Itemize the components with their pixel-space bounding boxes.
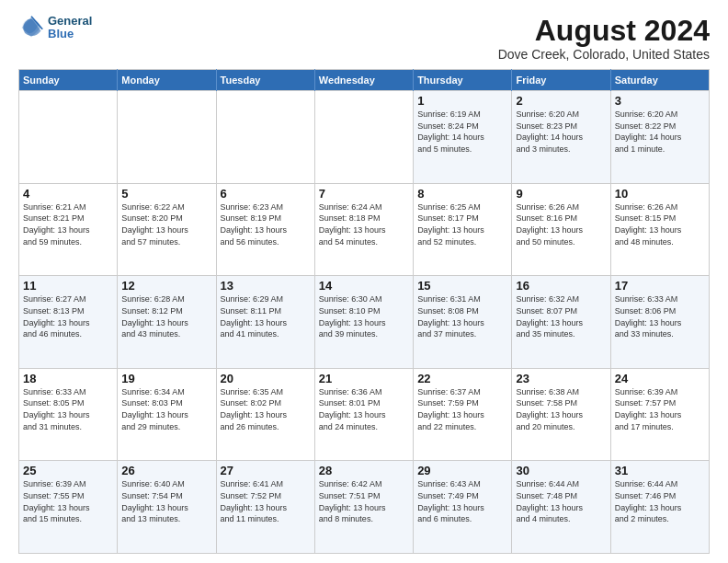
header: General Blue August 2024 Dove Creek, Col… [18,15,710,62]
day-number: 23 [516,372,606,385]
table-row: 12Sunrise: 6:28 AM Sunset: 8:12 PM Dayli… [118,276,216,369]
day-info: Sunrise: 6:26 AM Sunset: 8:15 PM Dayligh… [615,201,705,247]
day-info: Sunrise: 6:40 AM Sunset: 7:54 PM Dayligh… [121,478,211,524]
calendar-body: 1Sunrise: 6:19 AM Sunset: 8:24 PM Daylig… [19,91,710,554]
table-row: 29Sunrise: 6:43 AM Sunset: 7:49 PM Dayli… [414,461,512,554]
day-number: 26 [121,464,211,477]
col-wednesday: Wednesday [314,70,413,91]
day-number: 31 [615,464,705,477]
day-info: Sunrise: 6:41 AM Sunset: 7:52 PM Dayligh… [221,478,311,524]
table-row: 22Sunrise: 6:37 AM Sunset: 7:59 PM Dayli… [414,368,512,461]
table-row: 13Sunrise: 6:29 AM Sunset: 8:11 PM Dayli… [216,276,314,369]
day-info: Sunrise: 6:39 AM Sunset: 7:57 PM Dayligh… [615,386,705,432]
calendar-table: Sunday Monday Tuesday Wednesday Thursday… [18,69,710,554]
table-row: 1Sunrise: 6:19 AM Sunset: 8:24 PM Daylig… [414,91,512,184]
day-info: Sunrise: 6:25 AM Sunset: 8:17 PM Dayligh… [417,201,507,247]
day-number: 22 [417,372,507,385]
day-number: 12 [121,279,211,293]
day-info: Sunrise: 6:26 AM Sunset: 8:16 PM Dayligh… [516,201,606,247]
table-row [118,91,216,184]
day-number: 16 [516,279,606,293]
logo: General Blue [18,15,92,41]
day-number: 1 [417,94,507,108]
table-row: 19Sunrise: 6:34 AM Sunset: 8:03 PM Dayli… [118,368,216,461]
day-info: Sunrise: 6:36 AM Sunset: 8:01 PM Dayligh… [319,386,409,432]
day-info: Sunrise: 6:22 AM Sunset: 8:20 PM Dayligh… [121,201,211,247]
table-row: 26Sunrise: 6:40 AM Sunset: 7:54 PM Dayli… [118,461,216,554]
day-number: 24 [615,372,705,385]
table-row: 6Sunrise: 6:23 AM Sunset: 8:19 PM Daylig… [216,183,314,276]
table-row: 30Sunrise: 6:44 AM Sunset: 7:48 PM Dayli… [512,461,610,554]
table-row: 9Sunrise: 6:26 AM Sunset: 8:16 PM Daylig… [512,183,610,276]
table-row: 25Sunrise: 6:39 AM Sunset: 7:55 PM Dayli… [19,461,118,554]
table-row: 23Sunrise: 6:38 AM Sunset: 7:58 PM Dayli… [512,368,610,461]
table-row [216,91,314,184]
day-number: 29 [417,464,507,477]
day-number: 6 [221,187,311,201]
table-row: 7Sunrise: 6:24 AM Sunset: 8:18 PM Daylig… [314,183,413,276]
day-number: 17 [615,279,705,293]
day-info: Sunrise: 6:42 AM Sunset: 7:51 PM Dayligh… [319,478,409,524]
table-row: 4Sunrise: 6:21 AM Sunset: 8:21 PM Daylig… [19,183,118,276]
day-number: 9 [516,187,606,201]
day-info: Sunrise: 6:21 AM Sunset: 8:21 PM Dayligh… [23,201,113,247]
day-number: 20 [221,372,311,385]
main-title: August 2024 [498,15,710,47]
table-row: 28Sunrise: 6:42 AM Sunset: 7:51 PM Dayli… [314,461,413,554]
day-info: Sunrise: 6:33 AM Sunset: 8:05 PM Dayligh… [23,386,113,432]
day-number: 28 [319,464,409,477]
day-number: 19 [121,372,211,385]
table-row: 11Sunrise: 6:27 AM Sunset: 8:13 PM Dayli… [19,276,118,369]
day-info: Sunrise: 6:27 AM Sunset: 8:13 PM Dayligh… [23,293,113,339]
table-row [19,91,118,184]
day-info: Sunrise: 6:19 AM Sunset: 8:24 PM Dayligh… [417,109,507,155]
col-tuesday: Tuesday [216,70,314,91]
table-row: 17Sunrise: 6:33 AM Sunset: 8:06 PM Dayli… [610,276,709,369]
day-info: Sunrise: 6:23 AM Sunset: 8:19 PM Dayligh… [221,201,311,247]
day-number: 21 [319,372,409,385]
day-number: 5 [121,187,211,201]
day-info: Sunrise: 6:24 AM Sunset: 8:18 PM Dayligh… [319,201,409,247]
day-info: Sunrise: 6:31 AM Sunset: 8:08 PM Dayligh… [417,293,507,339]
day-info: Sunrise: 6:20 AM Sunset: 8:23 PM Dayligh… [516,109,606,155]
table-row: 18Sunrise: 6:33 AM Sunset: 8:05 PM Dayli… [19,368,118,461]
table-row: 20Sunrise: 6:35 AM Sunset: 8:02 PM Dayli… [216,368,314,461]
day-info: Sunrise: 6:32 AM Sunset: 8:07 PM Dayligh… [516,293,606,339]
subtitle: Dove Creek, Colorado, United States [498,47,710,62]
day-number: 14 [319,279,409,293]
day-info: Sunrise: 6:35 AM Sunset: 8:02 PM Dayligh… [221,386,311,432]
day-number: 7 [319,187,409,201]
day-info: Sunrise: 6:33 AM Sunset: 8:06 PM Dayligh… [615,293,705,339]
day-info: Sunrise: 6:29 AM Sunset: 8:11 PM Dayligh… [221,293,311,339]
day-info: Sunrise: 6:44 AM Sunset: 7:48 PM Dayligh… [516,478,606,524]
day-info: Sunrise: 6:43 AM Sunset: 7:49 PM Dayligh… [417,478,507,524]
table-row: 15Sunrise: 6:31 AM Sunset: 8:08 PM Dayli… [414,276,512,369]
title-section: August 2024 Dove Creek, Colorado, United… [498,15,710,62]
day-number: 3 [615,94,705,108]
day-info: Sunrise: 6:30 AM Sunset: 8:10 PM Dayligh… [319,293,409,339]
day-number: 13 [221,279,311,293]
logo-icon [18,15,44,40]
logo-text: General Blue [48,15,92,41]
table-row: 2Sunrise: 6:20 AM Sunset: 8:23 PM Daylig… [512,91,610,184]
col-sunday: Sunday [19,70,118,91]
table-row: 31Sunrise: 6:44 AM Sunset: 7:46 PM Dayli… [610,461,709,554]
day-info: Sunrise: 6:38 AM Sunset: 7:58 PM Dayligh… [516,386,606,432]
table-row: 3Sunrise: 6:20 AM Sunset: 8:22 PM Daylig… [610,91,709,184]
table-row: 21Sunrise: 6:36 AM Sunset: 8:01 PM Dayli… [314,368,413,461]
day-number: 8 [417,187,507,201]
day-info: Sunrise: 6:44 AM Sunset: 7:46 PM Dayligh… [615,478,705,524]
day-number: 30 [516,464,606,477]
day-number: 18 [23,372,113,385]
day-number: 27 [221,464,311,477]
day-info: Sunrise: 6:37 AM Sunset: 7:59 PM Dayligh… [417,386,507,432]
table-row: 24Sunrise: 6:39 AM Sunset: 7:57 PM Dayli… [610,368,709,461]
day-info: Sunrise: 6:34 AM Sunset: 8:03 PM Dayligh… [121,386,211,432]
col-monday: Monday [118,70,216,91]
day-info: Sunrise: 6:39 AM Sunset: 7:55 PM Dayligh… [23,478,113,524]
col-saturday: Saturday [610,70,709,91]
day-number: 25 [23,464,113,477]
calendar-header: Sunday Monday Tuesday Wednesday Thursday… [19,70,710,91]
day-number: 11 [23,279,113,293]
day-number: 2 [516,94,606,108]
